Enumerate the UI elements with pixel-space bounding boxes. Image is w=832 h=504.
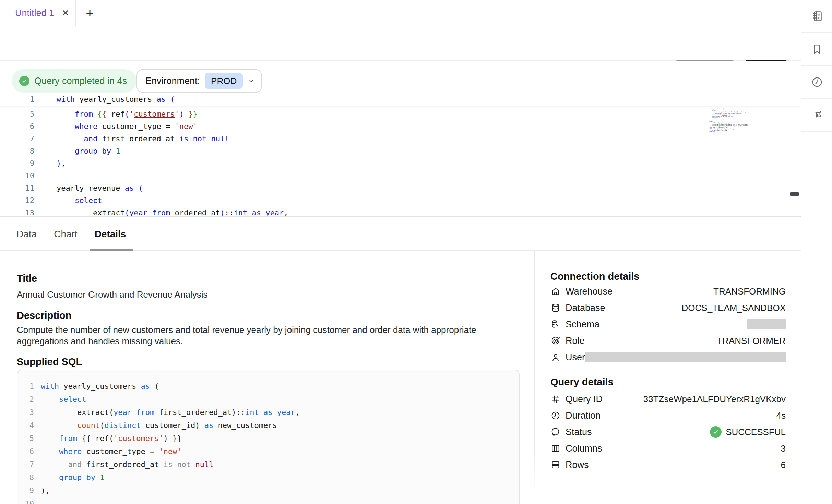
sticky-scope-line[interactable]: 1with yearly_customers as (	[0, 93, 801, 106]
detail-label: Status	[566, 427, 592, 437]
detail-row-role: RoleTRANSFORMER	[550, 335, 786, 347]
code-editor[interactable]: 5 from {{ ref('customers') }}6 where cus…	[0, 93, 801, 217]
details-panel: Title Annual Customer Growth and Revenue…	[0, 251, 801, 504]
line-number: 2	[17, 393, 34, 406]
line-number: 11	[0, 182, 34, 194]
redacted-value	[585, 352, 786, 362]
description-heading: Description	[17, 310, 72, 321]
detail-label: Database	[566, 303, 605, 313]
editor-line[interactable]: 13 extract(year from ordered_at)::int as…	[0, 207, 801, 217]
line-number: 12	[0, 194, 34, 207]
result-tab-strip: DataChartDetails	[0, 218, 801, 251]
line-code: select	[57, 194, 102, 207]
sql-card-line: 8 group by 1	[17, 471, 519, 484]
line-number: 10	[17, 497, 34, 504]
detail-value: 4s	[776, 410, 786, 421]
detail-row-columns: Columns3	[550, 442, 786, 455]
line-code: select	[41, 393, 86, 406]
detail-row-schema: Schema	[550, 318, 786, 331]
tab-chart[interactable]: Chart	[54, 229, 77, 240]
close-icon[interactable]: ✕	[62, 8, 69, 19]
tab-data[interactable]: Data	[16, 229, 37, 240]
sql-card-line: 6 where customer_type = 'new'	[17, 445, 519, 458]
line-number: 6	[17, 445, 34, 458]
sidebar-button-clock[interactable]	[801, 66, 832, 99]
detail-value: 3	[781, 443, 786, 454]
tab-details[interactable]: Details	[95, 229, 126, 240]
detail-label: Schema	[566, 319, 599, 330]
supplied-sql-heading: Supplied SQL	[17, 356, 82, 368]
detail-row-warehouse: WarehouseTRANSFORMING	[550, 285, 786, 298]
bookmark-icon	[811, 43, 823, 56]
active-tab-underline	[90, 249, 133, 251]
logo-icon	[811, 109, 823, 121]
editor-line[interactable]: 10	[0, 170, 801, 182]
sql-card-line: 3 extract(year from first_ordered_at)::i…	[17, 406, 519, 419]
sql-card-line: 2 select	[17, 393, 519, 406]
hash-icon	[550, 394, 561, 404]
line-code: yearly_revenue as (	[57, 182, 143, 194]
status-icon	[550, 427, 561, 437]
app-window: Untitled 1 ✕ + Develop Run	[0, 0, 832, 504]
sidebar-button-bookmark[interactable]	[801, 33, 832, 66]
line-number: 8	[0, 145, 34, 157]
detail-row-status: StatusSUCCESSFUL	[550, 426, 786, 438]
line-code: group by 1	[41, 471, 104, 484]
sql-card-line: 9),	[17, 484, 519, 497]
detail-label: Rows	[566, 460, 589, 470]
sql-card-line: 10	[17, 497, 519, 504]
line-code: extract(year from ordered_at)::int as ye…	[57, 207, 288, 217]
sql-card-line: 5 from {{ ref('customers') }}	[17, 432, 519, 445]
tab-untitled-1[interactable]: Untitled 1 ✕	[0, 0, 76, 26]
editor-line[interactable]: 7 and first_ordered_at is not null	[0, 133, 801, 145]
details-vertical-divider	[534, 251, 535, 491]
line-number: 4	[17, 419, 34, 432]
line-code: where customer_type = 'new'	[57, 120, 198, 133]
description-value: Compute the number of new customers and …	[17, 324, 497, 347]
editor-minimap[interactable]: with yearly_customers as ( select extrac…	[709, 95, 789, 215]
environment-selector[interactable]: Environment: PROD	[136, 69, 262, 93]
detail-value: DOCS_TEAM_SANDBOX	[682, 303, 786, 313]
line-number: 8	[17, 471, 34, 484]
environment-label: Environment:	[145, 76, 200, 86]
user-icon	[550, 352, 561, 362]
sidebar-button-notebook[interactable]	[801, 0, 832, 33]
indent-guide	[58, 194, 58, 217]
editor-line[interactable]: 6 where customer_type = 'new'	[0, 120, 801, 133]
line-number: 10	[0, 170, 34, 182]
columns-icon	[550, 443, 561, 454]
line-code: and first_ordered_at is not null	[41, 458, 213, 471]
query-details-heading: Query details	[550, 376, 614, 388]
editor-line[interactable]: 8 group by 1	[0, 145, 801, 157]
supplied-sql-code-block: 1with yearly_customers as (2 select3 ext…	[17, 370, 520, 504]
rows-icon	[550, 460, 561, 470]
scrollbar-thumb[interactable]	[790, 192, 799, 196]
detail-row-query-id: Query ID33TZseWpe1ALFDUYerxR1gVKxbv	[550, 393, 786, 405]
sql-card-line: 1with yearly_customers as (	[17, 380, 519, 393]
query-status-pill: Query completed in 4s	[12, 69, 136, 93]
line-code: with yearly_customers as (	[41, 380, 159, 393]
line-number: 5	[17, 432, 34, 445]
query-status-text: Query completed in 4s	[34, 76, 127, 86]
chevron-down-icon	[248, 77, 255, 85]
detail-value: TRANSFORMING	[713, 286, 786, 297]
detail-value: 33TZseWpe1ALFDUYerxR1gVKxbv	[643, 394, 786, 405]
tab-bar: Untitled 1 ✕ +	[0, 0, 801, 26]
line-code: where customer_type = 'new'	[41, 445, 182, 458]
title-heading: Title	[17, 273, 37, 284]
editor-line[interactable]: 9),	[0, 157, 801, 170]
editor-line[interactable]: 5 from {{ ref('customers') }}	[0, 108, 801, 120]
editor-line[interactable]: 12 select	[0, 194, 801, 207]
sidebar-button-logo[interactable]	[801, 99, 832, 132]
editor-lines[interactable]: 5 from {{ ref('customers') }}6 where cus…	[0, 108, 801, 217]
detail-value: TRANSFORMER	[717, 336, 786, 346]
toolbar: Develop Run	[0, 27, 801, 61]
redacted-value	[747, 319, 786, 329]
environment-value-chip: PROD	[205, 73, 243, 89]
detail-row-rows: Rows6	[550, 459, 786, 471]
new-tab-button[interactable]: +	[80, 0, 100, 26]
editor-line[interactable]: 11yearly_revenue as (	[0, 182, 801, 194]
detail-value: 6	[781, 460, 786, 470]
line-number: 1	[0, 93, 34, 106]
line-number: 9	[0, 157, 34, 170]
